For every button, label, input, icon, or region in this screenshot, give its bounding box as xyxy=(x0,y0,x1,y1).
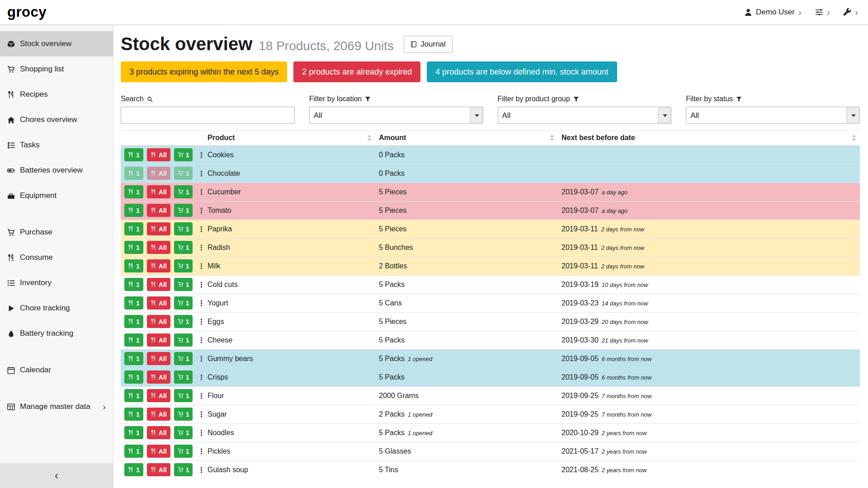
consume-one-button[interactable]: 1 xyxy=(124,222,143,235)
purchase-one-button[interactable]: 1 xyxy=(174,315,193,328)
consume-one-button[interactable]: 1 xyxy=(124,333,143,347)
row-menu-button[interactable] xyxy=(196,298,207,308)
consume-one-button[interactable]: 1 xyxy=(124,371,143,384)
user-menu[interactable]: Demo User › xyxy=(744,8,802,17)
purchase-one-button[interactable]: 1 xyxy=(174,445,193,458)
consume-all-button[interactable]: All xyxy=(147,463,170,476)
sidebar-item-inventory[interactable]: Inventory xyxy=(0,270,113,296)
stock-alert-warning[interactable]: 3 products expiring within the next 5 da… xyxy=(121,61,287,82)
purchase-one-button[interactable]: 1 xyxy=(174,408,193,421)
row-menu-button[interactable] xyxy=(196,280,207,290)
admin-menu[interactable]: › xyxy=(843,8,858,17)
purchase-one-button[interactable]: 1 xyxy=(174,259,193,272)
consume-all-button[interactable]: All xyxy=(147,241,170,254)
purchase-one-button[interactable]: 1 xyxy=(174,463,193,476)
consume-one-button[interactable]: 1 xyxy=(124,148,143,161)
consume-one-button[interactable]: 1 xyxy=(124,278,143,291)
purchase-one-button[interactable]: 1 xyxy=(174,389,193,402)
sidebar-collapse-button[interactable]: ‹ xyxy=(0,463,113,488)
row-menu-button[interactable] xyxy=(196,224,207,234)
sidebar-item-manage-master-data[interactable]: Manage master data › xyxy=(0,394,113,419)
row-menu-button[interactable] xyxy=(196,372,207,382)
consume-all-button[interactable]: All xyxy=(147,371,170,384)
sidebar-item-equipment[interactable]: Equipment xyxy=(0,183,113,208)
consume-all-button[interactable]: All xyxy=(147,222,170,235)
consume-one-button[interactable]: 1 xyxy=(124,185,143,198)
stock-alert-danger[interactable]: 2 products are already expired xyxy=(293,61,420,82)
sidebar-item-calendar[interactable]: Calendar xyxy=(0,357,113,383)
consume-one-button[interactable]: 1 xyxy=(124,389,143,402)
consume-all-button[interactable]: All xyxy=(147,389,170,402)
location-filter-select[interactable]: All xyxy=(309,107,483,124)
column-header-amount[interactable]: Amount xyxy=(375,131,558,146)
purchase-one-button[interactable]: 1 xyxy=(174,241,193,254)
purchase-one-button[interactable]: 1 xyxy=(174,222,193,235)
row-menu-button[interactable] xyxy=(196,465,207,475)
row-menu-button[interactable] xyxy=(196,335,207,345)
consume-one-button[interactable]: 1 xyxy=(124,408,143,421)
purchase-one-button[interactable]: 1 xyxy=(174,426,193,439)
purchase-one-button[interactable]: 1 xyxy=(174,185,193,198)
sidebar-item-stock-overview[interactable]: Stock overview xyxy=(0,31,113,56)
consume-all-button[interactable]: All xyxy=(147,278,170,291)
row-menu-button[interactable] xyxy=(196,206,207,216)
row-menu-button[interactable] xyxy=(196,446,207,456)
row-menu-button[interactable] xyxy=(196,187,207,197)
consume-one-button[interactable]: 1 xyxy=(124,315,143,328)
purchase-one-button[interactable]: 1 xyxy=(174,352,193,365)
consume-one-button[interactable]: 1 xyxy=(124,426,143,439)
purchase-one-button[interactable]: 1 xyxy=(174,333,193,347)
consume-one-button[interactable]: 1 xyxy=(124,296,143,310)
consume-all-button[interactable]: All xyxy=(147,148,170,161)
sidebar-item-purchase[interactable]: Purchase xyxy=(0,220,113,245)
row-menu-button[interactable] xyxy=(196,261,207,271)
row-menu-button[interactable] xyxy=(196,428,207,438)
status-filter-select[interactable]: All xyxy=(686,107,860,124)
sidebar-item-battery-tracking[interactable]: Battery tracking xyxy=(0,321,113,346)
sidebar-item-tasks[interactable]: Tasks xyxy=(0,132,113,158)
consume-all-button[interactable]: All xyxy=(147,204,170,217)
sidebar-item-chore-tracking[interactable]: Chore tracking xyxy=(0,296,113,321)
consume-one-button[interactable]: 1 xyxy=(124,463,143,476)
sidebar-item-shopping-list[interactable]: Shopping list xyxy=(0,56,113,82)
consume-all-button[interactable]: All xyxy=(147,259,170,272)
consume-one-button[interactable]: 1 xyxy=(124,167,143,180)
row-menu-button[interactable] xyxy=(196,391,207,401)
purchase-one-button[interactable]: 1 xyxy=(174,167,193,180)
consume-all-button[interactable]: All xyxy=(147,352,170,365)
consume-all-button[interactable]: All xyxy=(147,445,170,458)
purchase-one-button[interactable]: 1 xyxy=(174,371,193,384)
consume-all-button[interactable]: All xyxy=(147,408,170,421)
row-menu-button[interactable] xyxy=(196,150,207,160)
consume-all-button[interactable]: All xyxy=(147,167,170,180)
row-menu-button[interactable] xyxy=(196,317,207,327)
row-menu-button[interactable] xyxy=(196,409,207,419)
consume-one-button[interactable]: 1 xyxy=(124,259,143,272)
app-logo[interactable]: grocy xyxy=(7,4,47,20)
consume-one-button[interactable]: 1 xyxy=(124,352,143,365)
consume-all-button[interactable]: All xyxy=(147,333,170,347)
sidebar-item-consume[interactable]: Consume xyxy=(0,245,113,270)
purchase-one-button[interactable]: 1 xyxy=(174,204,193,217)
purchase-one-button[interactable]: 1 xyxy=(174,296,193,310)
column-header-product[interactable]: Product xyxy=(204,131,375,146)
consume-all-button[interactable]: All xyxy=(147,315,170,328)
consume-all-button[interactable]: All xyxy=(147,296,170,310)
consume-one-button[interactable]: 1 xyxy=(124,241,143,254)
row-menu-button[interactable] xyxy=(196,354,207,364)
column-header-date[interactable]: Next best before date xyxy=(558,131,860,146)
purchase-one-button[interactable]: 1 xyxy=(174,278,193,291)
consume-one-button[interactable]: 1 xyxy=(124,445,143,458)
journal-button[interactable]: Journal xyxy=(404,36,453,53)
consume-all-button[interactable]: All xyxy=(147,426,170,439)
sidebar-item-recipes[interactable]: Recipes xyxy=(0,82,113,107)
product-group-filter-select[interactable]: All xyxy=(498,107,672,124)
settings-menu[interactable]: › xyxy=(815,8,830,17)
row-menu-button[interactable] xyxy=(196,243,207,253)
sidebar-item-chores-overview[interactable]: Chores overview xyxy=(0,107,113,132)
row-menu-button[interactable] xyxy=(196,169,207,178)
consume-all-button[interactable]: All xyxy=(147,185,170,198)
stock-alert-info[interactable]: 4 products are below defined min. stock … xyxy=(427,61,617,82)
consume-one-button[interactable]: 1 xyxy=(124,204,143,217)
search-input[interactable] xyxy=(121,107,295,124)
